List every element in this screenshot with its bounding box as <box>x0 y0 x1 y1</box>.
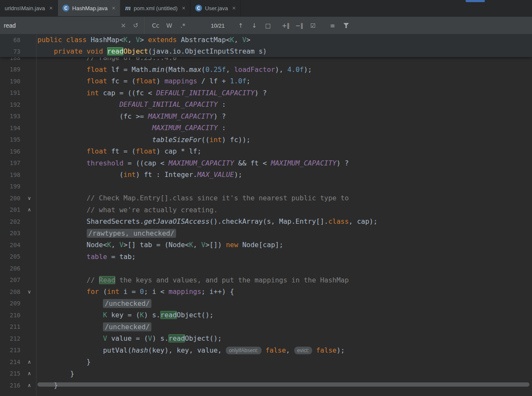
gutter-separator <box>36 34 37 396</box>
search-options-icon[interactable]: ≡ <box>327 20 339 31</box>
code-line[interactable]: 202 SharedSecrets.getJavaOISAccess().che… <box>0 216 532 228</box>
line-number[interactable]: 209 <box>0 300 23 307</box>
search-input[interactable]: read ×↺ <box>0 17 145 34</box>
fold-up-icon[interactable]: ∧ <box>23 370 36 376</box>
code-line[interactable]: 208∨ for (int i = 0; i < mappings; i++) … <box>0 286 532 298</box>
code-line[interactable]: 215∧ } <box>0 368 532 380</box>
code-line[interactable]: 192 DEFAULT_INITIAL_CAPACITY : <box>0 99 532 111</box>
code-line[interactable]: 204 Node<K, V>[] tab = (Node<K, V>[]) ne… <box>0 239 532 251</box>
line-number[interactable]: 196 <box>0 148 23 155</box>
next-match-button[interactable]: ↓ <box>248 20 260 31</box>
line-number[interactable]: 210 <box>0 312 23 319</box>
line-number[interactable]: 68 <box>0 37 23 43</box>
line-number[interactable]: 202 <box>0 218 23 225</box>
code-line[interactable]: 205 table = tab; <box>0 251 532 263</box>
code-line[interactable]: 194 MAXIMUM_CAPACITY : <box>0 122 532 134</box>
line-number[interactable]: 191 <box>0 89 23 96</box>
line-number[interactable]: 189 <box>0 66 23 73</box>
code-line[interactable]: 201∧ // what we're actually creating. <box>0 204 532 216</box>
horizontal-scrollbar-thumb[interactable] <box>37 382 529 387</box>
code-line[interactable]: 189 float lf = Math.min(Math.max(0.25f, … <box>0 64 532 76</box>
line-number[interactable]: 216 <box>0 382 23 389</box>
line-number[interactable]: 73 <box>0 48 23 55</box>
code-line[interactable]: 206 <box>0 262 532 274</box>
fold-down-icon[interactable]: ∨ <box>23 195 36 201</box>
close-tab-icon[interactable]: × <box>182 5 185 11</box>
search-history-icon[interactable]: ↺ <box>131 20 140 31</box>
close-tab-icon[interactable]: × <box>232 5 236 11</box>
code-line[interactable]: 198 (int) ft : Integer.MAX_VALUE); <box>0 169 532 181</box>
line-number[interactable]: 215 <box>0 370 23 377</box>
editor-tab[interactable]: urldns\Main.java× <box>0 0 58 16</box>
code-line[interactable]: 213 putVal(hash(key), key, value, onlyIf… <box>0 345 532 356</box>
line-number[interactable]: 194 <box>0 125 23 131</box>
line-number[interactable]: 203 <box>0 230 23 236</box>
line-number[interactable]: 201 <box>0 206 23 213</box>
line-number[interactable]: 198 <box>0 171 23 178</box>
code-line[interactable]: 68public class HashMap<K, V> extends Abs… <box>0 34 532 46</box>
regex-toggle[interactable]: .* <box>177 20 189 31</box>
line-number[interactable]: 211 <box>0 323 23 330</box>
code-line[interactable]: 199 <box>0 181 532 193</box>
code-token: Node[cap]; <box>238 241 283 249</box>
close-tab-icon[interactable]: × <box>112 5 115 11</box>
line-number[interactable]: 213 <box>0 347 23 353</box>
filter-icon[interactable] <box>340 20 352 31</box>
window-accent <box>466 0 485 2</box>
code-token: extends <box>148 36 181 44</box>
code-line[interactable]: 209 /unchecked/ <box>0 298 532 310</box>
horizontal-scrollbar[interactable] <box>37 382 529 387</box>
line-number[interactable]: 212 <box>0 335 23 342</box>
code-line[interactable]: 207 // Read the keys and values, and put… <box>0 274 532 286</box>
line-number[interactable]: 197 <box>0 160 23 166</box>
line-number[interactable]: 206 <box>0 265 23 272</box>
line-number[interactable]: 207 <box>0 276 23 283</box>
code-token <box>37 66 87 74</box>
code-line[interactable]: 200∨ // Check Map.Entry[].class since it… <box>0 192 532 204</box>
add-occurrence-button[interactable]: +∥ <box>280 20 292 31</box>
match-case-toggle[interactable]: Cc <box>150 20 162 31</box>
previous-match-button[interactable]: ↑ <box>235 20 247 31</box>
code-token: mappings <box>168 288 201 296</box>
code-line[interactable]: 193 (fc >= MAXIMUM_CAPACITY) ? <box>0 111 532 123</box>
fold-up-icon[interactable]: ∧ <box>23 382 36 388</box>
line-number[interactable]: 208 <box>0 288 23 295</box>
code-line[interactable]: 203 /rawtypes, unchecked/ <box>0 228 532 239</box>
open-in-find-window-button[interactable]: □ <box>262 20 274 31</box>
editor-tab[interactable]: CUser.java× <box>191 0 241 16</box>
code-line[interactable]: 195 tableSizeFor((int) fc)); <box>0 134 532 146</box>
select-all-occurrences-button[interactable]: ☑ <box>307 20 319 31</box>
line-number[interactable]: 204 <box>0 242 23 248</box>
code-token: mappings <box>165 77 197 85</box>
editor-tab[interactable]: CHashMap.java× <box>58 0 120 16</box>
close-tab-icon[interactable]: × <box>49 5 53 11</box>
line-number[interactable]: 192 <box>0 101 23 108</box>
code-editor[interactable]: 188 // range of 0.25...4.0189 float lf =… <box>0 34 532 396</box>
code-line[interactable]: 191 int cap = ((fc < DEFAULT_INITIAL_CAP… <box>0 87 532 99</box>
line-number[interactable]: 214 <box>0 359 23 365</box>
code-line[interactable]: 210 K key = (K) s.readObject(); <box>0 309 532 321</box>
code-line[interactable]: 212 V value = (V) s.readObject(); <box>0 333 532 345</box>
code-token: float <box>136 77 156 85</box>
clear-search-icon[interactable]: × <box>119 20 128 31</box>
fold-down-icon[interactable]: ∨ <box>23 289 36 295</box>
code-line[interactable]: 214∧ } <box>0 356 532 368</box>
line-number[interactable]: 205 <box>0 253 23 260</box>
code-line[interactable]: 73 private void readObject(java.io.Objec… <box>0 46 532 57</box>
code-token <box>37 323 103 331</box>
fold-up-icon[interactable]: ∧ <box>23 207 36 213</box>
remove-occurrence-button[interactable]: −∥ <box>293 20 305 31</box>
line-number[interactable]: 193 <box>0 113 23 120</box>
line-number[interactable]: 199 <box>0 183 23 190</box>
whole-words-toggle[interactable]: W <box>163 20 175 31</box>
code-line[interactable]: 197 threshold = ((cap < MAXIMUM_CAPACITY… <box>0 157 532 169</box>
code-line[interactable]: 190 float fc = (float) mappings / lf + 1… <box>0 75 532 87</box>
code-token: } <box>37 370 74 378</box>
editor-tab[interactable]: mpom.xml (untitled)× <box>120 0 191 16</box>
line-number[interactable]: 200 <box>0 195 23 202</box>
line-number[interactable]: 190 <box>0 78 23 85</box>
fold-up-icon[interactable]: ∧ <box>23 359 36 365</box>
line-number[interactable]: 195 <box>0 136 23 143</box>
code-line[interactable]: 211 /unchecked/ <box>0 321 532 333</box>
code-line[interactable]: 196 float ft = (float) cap * lf; <box>0 145 532 157</box>
